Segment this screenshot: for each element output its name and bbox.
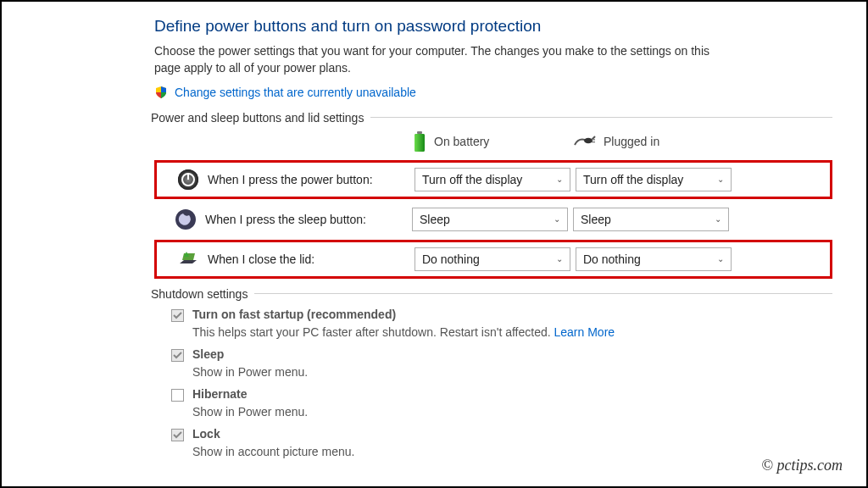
- chevron-down-icon: ⌄: [715, 214, 721, 224]
- row-sleep-button: When I press the sleep button: Sleep ⌄ S…: [154, 202, 832, 236]
- power-battery-select[interactable]: Turn off the display ⌄: [415, 168, 570, 191]
- svg-rect-9: [187, 173, 189, 180]
- column-headers: On battery Plugged in: [154, 130, 832, 153]
- sd-hibernate: Hibernate: [171, 387, 832, 402]
- divider: [370, 117, 832, 118]
- row-sleep-label-wrap: When I press the sleep button:: [158, 208, 412, 230]
- chevron-down-icon: ⌄: [554, 214, 560, 224]
- sd-lock: Lock: [171, 427, 832, 441]
- lid-battery-value: Do nothing: [422, 252, 480, 266]
- battery-icon: [412, 130, 427, 153]
- sleep-plugged-select[interactable]: Sleep ⌄: [573, 208, 729, 231]
- section-shutdown-label: Shutdown settings: [151, 287, 248, 301]
- sd-fast-desc: This helps start your PC faster after sh…: [192, 325, 832, 339]
- checkbox-fast-startup[interactable]: [171, 309, 184, 322]
- svg-point-3: [584, 137, 593, 142]
- power-plugged-select[interactable]: Turn off the display ⌄: [576, 168, 732, 191]
- change-settings-link[interactable]: Change settings that are currently unava…: [175, 86, 416, 99]
- lid-icon: [177, 248, 199, 270]
- power-icon: [177, 169, 199, 191]
- section-power-title: Power and sleep buttons and lid settings: [151, 111, 832, 125]
- sd-sleep: Sleep: [171, 347, 832, 362]
- sd-fast-label: Turn on fast startup (recommended): [192, 308, 396, 321]
- col-plugged-label: Plugged in: [604, 135, 659, 148]
- sd-fast-startup: Turn on fast startup (recommended): [171, 308, 832, 322]
- watermark: © pctips.com: [761, 457, 843, 474]
- power-plugged-value: Turn off the display: [583, 173, 683, 186]
- svg-rect-4: [592, 139, 595, 140]
- sd-hibernate-desc: Show in Power menu.: [192, 405, 832, 419]
- row-lid-label-wrap: When I close the lid:: [160, 248, 415, 270]
- row-power-button: When I press the power button: Turn off …: [154, 160, 832, 199]
- row-sleep-label: When I press the sleep button:: [205, 213, 366, 226]
- checkbox-sleep[interactable]: [171, 349, 184, 362]
- section-shutdown-title: Shutdown settings: [151, 287, 832, 301]
- checkbox-lock[interactable]: [171, 429, 184, 441]
- svg-rect-5: [592, 141, 595, 142]
- power-battery-value: Turn off the display: [422, 173, 522, 186]
- learn-more-link[interactable]: Learn More: [554, 325, 615, 339]
- col-battery: On battery: [409, 130, 570, 153]
- lid-plugged-value: Do nothing: [583, 252, 641, 266]
- shutdown-settings: Turn on fast startup (recommended) This …: [171, 308, 832, 458]
- sd-sleep-desc: Show in Power menu.: [192, 365, 832, 379]
- sleep-plugged-value: Sleep: [581, 213, 611, 226]
- checkbox-hibernate[interactable]: [171, 389, 184, 402]
- row-lid: When I close the lid: Do nothing ⌄ Do no…: [154, 240, 832, 279]
- lid-battery-select[interactable]: Do nothing ⌄: [415, 247, 570, 271]
- sleep-icon: [175, 208, 197, 230]
- page-subtext: Choose the power settings that you want …: [154, 42, 714, 77]
- sd-hibernate-label: Hibernate: [192, 387, 248, 401]
- sleep-battery-select[interactable]: Sleep ⌄: [412, 208, 568, 231]
- sleep-battery-value: Sleep: [420, 213, 450, 226]
- divider: [254, 293, 832, 294]
- sd-lock-label: Lock: [192, 427, 220, 441]
- section-power-label: Power and sleep buttons and lid settings: [151, 111, 364, 125]
- sd-lock-desc: Show in account picture menu.: [192, 445, 832, 458]
- row-lid-label: When I close the lid:: [208, 252, 314, 266]
- sd-fast-desc-text: This helps start your PC faster after sh…: [192, 325, 554, 339]
- chevron-down-icon: ⌄: [556, 175, 563, 184]
- chevron-down-icon: ⌄: [717, 254, 724, 263]
- sd-sleep-label: Sleep: [192, 347, 224, 361]
- svg-rect-0: [417, 131, 422, 134]
- svg-rect-2: [415, 134, 425, 152]
- lid-plugged-select[interactable]: Do nothing ⌄: [576, 247, 732, 271]
- col-plugged: Plugged in: [570, 135, 731, 148]
- row-power-label: When I press the power button:: [208, 173, 373, 186]
- col-battery-label: On battery: [434, 135, 489, 148]
- chevron-down-icon: ⌄: [556, 254, 563, 263]
- row-power-label-wrap: When I press the power button:: [160, 169, 415, 191]
- change-settings-row[interactable]: Change settings that are currently unava…: [154, 86, 832, 99]
- shield-icon: [154, 86, 168, 99]
- plug-icon: [573, 135, 597, 148]
- page-title: Define power buttons and turn on passwor…: [154, 17, 832, 36]
- chevron-down-icon: ⌄: [717, 175, 724, 184]
